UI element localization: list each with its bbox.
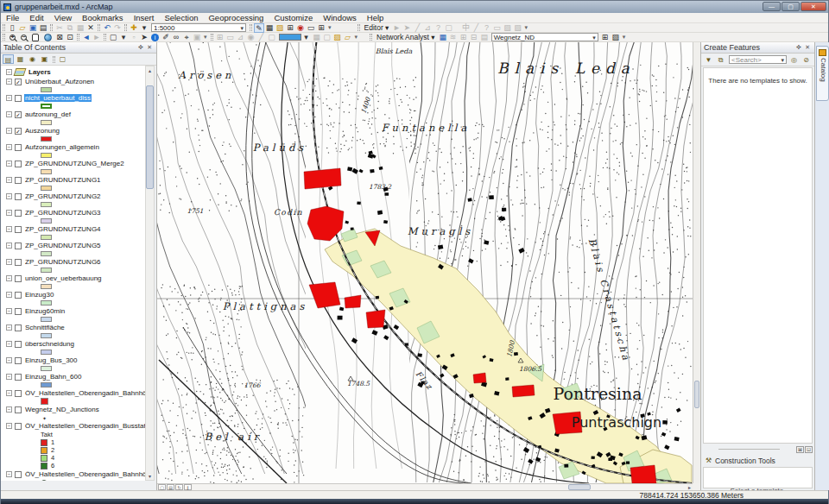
delete-icon[interactable]: ✕ [85,23,96,33]
layer-name-label[interactable]: ZP_GRUNDNUTZUNG_Merge2 [24,160,125,167]
close-button[interactable]: ✕ [801,2,826,11]
symbol-icon[interactable]: ▱ [343,33,353,42]
editor-menu-button[interactable]: Editor ▾ [362,23,392,32]
zoom-in-icon[interactable]: + [9,35,16,41]
layer-symbol-swatch[interactable] [41,366,52,371]
layer-visibility-checkbox[interactable] [15,95,22,102]
zoom-out-icon[interactable]: − [21,35,27,41]
toolbar-overflow-icon[interactable]: ▾ [328,24,332,31]
layer-name-label[interactable]: ZP_GRUNDNUTZUNG4 [24,225,102,233]
menu-item-customize[interactable]: Customize [269,13,318,22]
pause-drawing-button[interactable]: ∥ [184,484,192,490]
catalog-window-icon[interactable]: ▨ [275,23,285,33]
layer-symbol-swatch[interactable] [41,317,52,322]
editor-overflow-icon[interactable]: ▾ [524,24,528,31]
layer-visibility-checkbox[interactable] [15,292,22,299]
attribute-table-icon[interactable]: ▦ [264,23,275,33]
layer-symbol-swatch[interactable] [41,398,48,405]
select-features-icon[interactable]: ▢ [108,33,118,42]
layer-name-label[interactable]: ÖV_Haltestellen_Oberengadin_Bahnhöfe_1ht… [24,389,145,397]
full-extent-icon[interactable] [44,34,52,41]
layer-symbol-swatch[interactable] [41,202,52,207]
tree-expander-icon[interactable]: − [6,259,12,265]
layer-visibility-checkbox[interactable] [15,210,22,217]
tree-expander-icon[interactable]: − [6,243,12,249]
python-window-icon[interactable]: ▭ [306,23,316,33]
refresh-view-button[interactable]: ↻ [175,484,183,490]
layer-symbol-swatch[interactable] [41,186,52,191]
network-analyst-window-icon[interactable]: ▦ [438,33,448,42]
tree-expander-icon[interactable]: − [6,471,12,477]
map-horizontal-scrollbar[interactable]: ▢ ▤ ↻ ∥ ▸ [157,483,693,490]
menu-item-file[interactable]: File [1,13,24,22]
tree-expander-icon[interactable]: − [6,275,12,281]
layer-visibility-checkbox[interactable] [15,275,22,282]
undo-icon[interactable]: ↶ [102,23,112,33]
add-data-icon[interactable]: ✚ [129,23,139,33]
search-window-icon[interactable]: ⊞ [285,23,295,33]
layer-visibility-checkbox[interactable] [15,177,22,184]
identify-icon[interactable]: i [151,34,159,41]
layer-name-label[interactable]: Einzug_Bahn_600 [24,373,82,381]
tree-expander-icon[interactable]: − [6,374,12,380]
toc-close-icon[interactable]: ✕ [145,44,154,51]
layer-name-label[interactable]: ZP_GRUNDNUTZUNG1 [24,176,102,184]
layer-visibility-checkbox[interactable] [15,144,22,151]
new-document-icon[interactable]: ▯ [7,23,17,33]
model-builder-icon[interactable]: ⊞ [316,23,326,33]
tree-expander-icon[interactable]: − [6,144,12,150]
measure-icon[interactable]: ✐ [161,33,171,42]
menu-item-view[interactable]: View [49,13,77,22]
menu-item-windows[interactable]: Windows [318,13,362,22]
layer-name-label[interactable]: ZP_GRUNDNUTZUNG2 [24,192,102,200]
menu-item-insert[interactable]: Insert [129,13,160,22]
fixed-zoom-in-icon[interactable]: ⊠ [54,33,65,42]
find-icon[interactable]: ∞ [171,33,181,42]
save-icon[interactable]: ▣ [28,23,38,33]
layer-visibility-checkbox[interactable] [15,243,22,249]
network-analyst-menu-button[interactable]: Network Analyst ▾ [374,33,438,41]
tree-expander-icon[interactable]: − [6,177,12,183]
layer-name-label[interactable]: ZP_GRUNDNUTZUNG6 [24,258,102,266]
create-features-close-icon[interactable]: ✕ [803,44,812,51]
menu-item-edit[interactable]: Edit [24,13,48,22]
layer-name-label[interactable]: Wegnetz_ND_Junctions [24,406,100,413]
layer-symbol-swatch[interactable] [41,153,52,158]
tree-expander-icon[interactable]: − [6,406,12,413]
tree-expander-icon[interactable]: − [6,210,12,216]
tree-expander-icon[interactable]: − [6,308,12,314]
list-by-source-icon[interactable]: ▦ [15,54,26,64]
layer-name-label[interactable]: union_oev_ueberbauung [24,274,103,282]
layer-visibility-checkbox[interactable] [15,226,22,233]
cf-search-icon[interactable]: ◎ [788,55,800,65]
layer-symbol-swatch[interactable] [41,120,52,125]
editor-toolbar-toggle-icon[interactable]: ✎ [254,23,264,33]
layer-symbol-swatch[interactable] [41,350,52,355]
layer-symbol-swatch[interactable] [41,268,52,273]
cf-search-box[interactable]: <Search>▾ [729,55,787,64]
map-scale-combo[interactable]: 1:5000▾ [151,23,246,32]
cf-clear-icon[interactable]: ⊘ [801,55,812,65]
tree-expander-icon[interactable]: − [6,226,12,232]
layer-symbol-swatch[interactable] [41,235,52,240]
layer-symbol-swatch[interactable] [41,87,52,92]
menu-item-bookmarks[interactable]: Bookmarks [77,13,129,22]
map-vertical-scrollbar[interactable] [693,42,700,483]
goto-xy-icon[interactable]: ⌖ [181,33,192,42]
cf-organize-icon[interactable]: ⧉ [715,55,726,65]
toc-pin-icon[interactable]: ✜ [136,44,145,51]
layer-visibility-checkbox[interactable]: ✓ [15,128,22,135]
catalog-tab[interactable]: Catalog [816,46,829,101]
layer-visibility-checkbox[interactable]: ✓ [15,79,22,85]
data-view-button[interactable]: ▢ [158,484,166,490]
layer-symbol-swatch[interactable] [41,104,52,109]
tree-expander-icon[interactable]: − [6,423,12,429]
layer-symbol-swatch[interactable] [41,218,52,224]
map-canvas[interactable]: Blais LedaBlais LedaArösenFuntanellaPalü… [157,42,693,483]
layer-name-label[interactable]: überschneidung [24,340,75,348]
menu-item-help[interactable]: Help [362,13,389,22]
tree-expander-icon[interactable]: − [6,79,12,85]
layer-visibility-checkbox[interactable] [15,423,22,430]
layer-name-label[interactable]: nicht_ueberbaut_diss [24,94,92,102]
symbol-color-picker[interactable] [279,34,301,41]
